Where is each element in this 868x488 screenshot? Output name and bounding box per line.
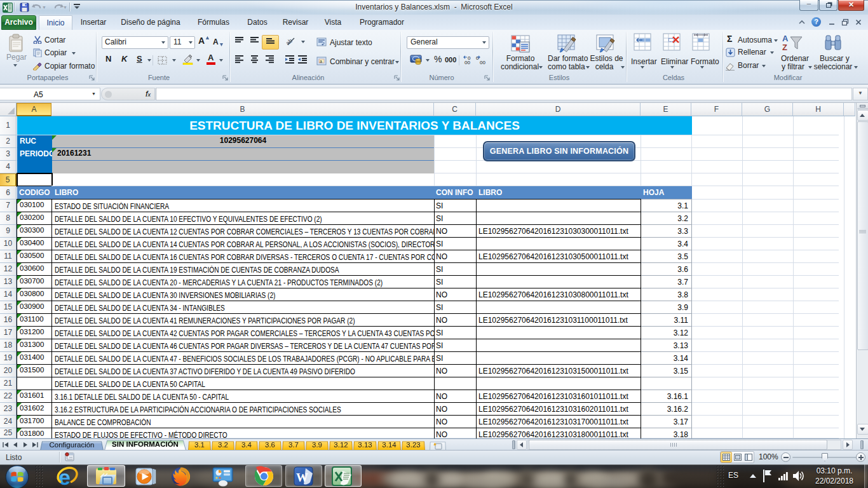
svg-text:Z: Z	[782, 43, 787, 52]
svg-text:ab: ab	[286, 37, 294, 46]
svg-text:00: 00	[465, 60, 470, 65]
svg-text:W: W	[296, 471, 308, 484]
svg-text:a: a	[320, 59, 322, 64]
svg-text:A: A	[782, 34, 789, 43]
svg-text:00: 00	[480, 60, 485, 65]
